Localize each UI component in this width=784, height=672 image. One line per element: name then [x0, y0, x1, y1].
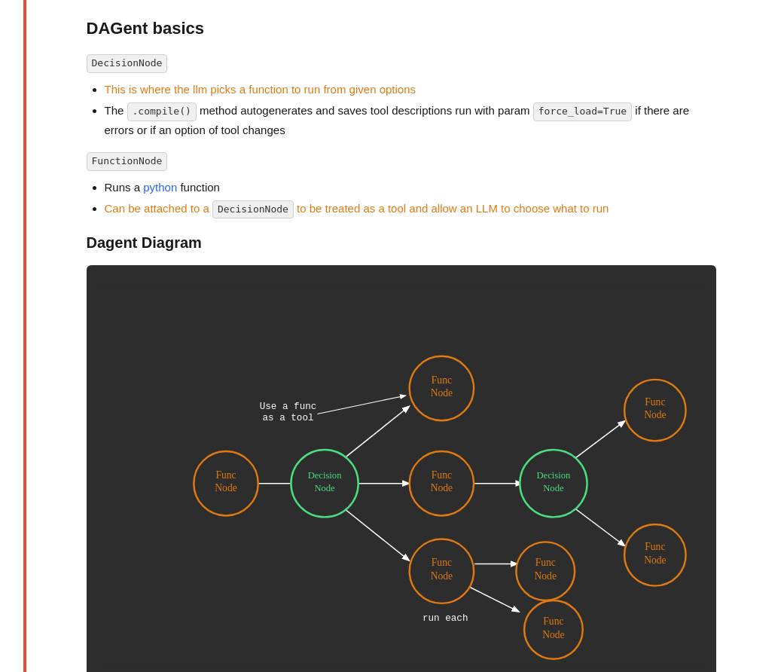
page-container: DAGent basics DecisionNode This is where…	[23, 0, 761, 672]
svg-text:Node: Node	[430, 388, 452, 399]
decision-node-badge: DecisionNode	[87, 54, 168, 73]
svg-text:Node: Node	[644, 554, 666, 566]
diagram-svg: Use a func as a tool run each Func Node …	[102, 280, 701, 672]
bullet4-post: to be treated as a tool and allow an LLM…	[294, 202, 609, 215]
svg-text:Func: Func	[431, 469, 451, 481]
svg-text:Node: Node	[215, 483, 236, 494]
force-load-badge: force_load=True	[533, 102, 632, 121]
svg-text:Func: Func	[543, 615, 563, 627]
svg-text:Decision: Decision	[536, 470, 571, 481]
compile-badge: .compile()	[127, 102, 197, 121]
decision-node-badge-section: DecisionNode	[87, 53, 716, 73]
bullet1-text: This is where the llm picks a function t…	[105, 83, 416, 96]
svg-text:Func: Func	[645, 541, 665, 552]
svg-text:Node: Node	[542, 629, 564, 640]
bullet3-pre: Runs a	[105, 181, 144, 194]
bullet2-pre: The	[105, 104, 127, 117]
svg-text:Func: Func	[431, 557, 451, 569]
svg-text:Decision: Decision	[307, 470, 342, 481]
svg-text:Node: Node	[534, 570, 556, 582]
svg-text:Node: Node	[430, 570, 452, 582]
bullet3-post: function	[177, 181, 220, 194]
function-node-badge: FunctionNode	[87, 152, 168, 171]
function-node-list: Runs a python function Can be attached t…	[87, 179, 716, 219]
svg-text:Node: Node	[430, 483, 452, 494]
decision-node-list: This is where the llm picks a function t…	[87, 81, 716, 139]
svg-rect-0	[102, 286, 701, 667]
svg-text:Use a func: Use a func	[259, 402, 316, 412]
bullet3-python: python	[143, 181, 177, 194]
list-item-2: The .compile() method autogenerates and …	[105, 102, 716, 139]
diagram-title: Dagent Diagram	[87, 231, 716, 255]
list-item-4: Can be attached to a DecisionNode to be …	[105, 200, 716, 219]
page-title: DAGent basics	[87, 15, 716, 41]
bullet2-mid: method autogenerates and saves tool desc…	[197, 104, 533, 117]
svg-text:Func: Func	[215, 469, 236, 481]
svg-text:Func: Func	[645, 396, 665, 408]
function-node-badge-section: FunctionNode	[87, 151, 716, 171]
svg-text:as a tool: as a tool	[262, 414, 313, 424]
list-item-1: This is where the llm picks a function t…	[105, 81, 716, 99]
svg-text:Node: Node	[644, 410, 666, 421]
list-item-3: Runs a python function	[105, 179, 716, 197]
decision-node-inline-badge: DecisionNode	[212, 200, 294, 219]
svg-text:Node: Node	[543, 484, 564, 494]
svg-text:run each: run each	[422, 614, 468, 625]
bullet4-pre: Can be attached to a	[105, 202, 212, 215]
diagram-container: Use a func as a tool run each Func Node …	[87, 265, 716, 672]
svg-text:Node: Node	[314, 484, 335, 494]
svg-text:Func: Func	[535, 557, 555, 569]
svg-text:Func: Func	[431, 374, 451, 386]
